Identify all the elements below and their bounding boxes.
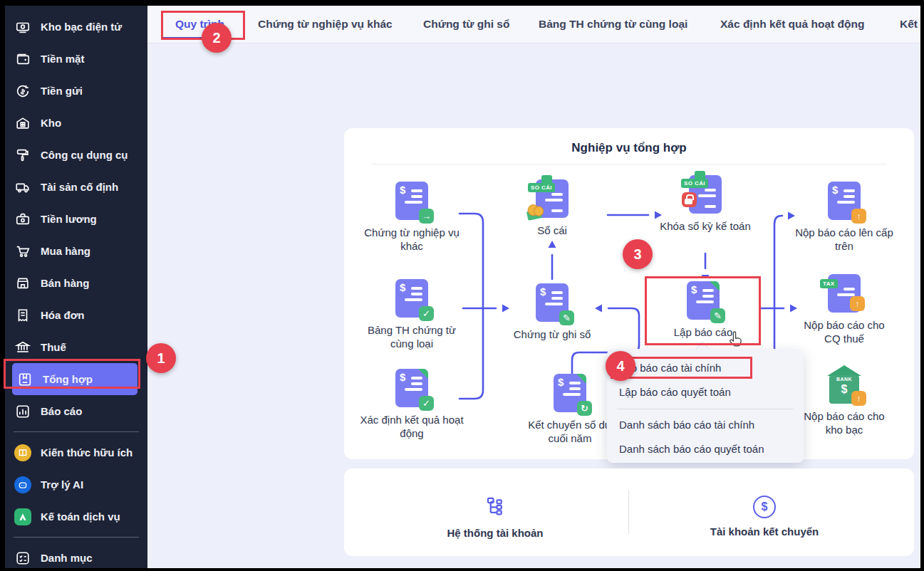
sidebar-item-knowledge[interactable]: Kiến thức hữu ích: [5, 436, 147, 468]
knowledge-icon: [14, 444, 31, 461]
menu-item-danh-sach-bao-cao-quyet-toan[interactable]: Danh sách báo cáo quyết toán: [607, 439, 804, 460]
link-he-thong-tai-khoan[interactable]: Hệ thống tài khoản: [431, 496, 559, 539]
sidebar: Kho bạc điện tử Tiền mặt Tiền gửi Kho Cô…: [5, 6, 147, 568]
invoice-icon: [14, 307, 31, 324]
sidebar-item-label: Báo cáo: [41, 405, 82, 417]
sidebar-item-label: Công cụ dụng cụ: [41, 149, 128, 161]
so-cai-ribbon: SỔ CÁI: [528, 183, 555, 192]
tools-icon: [14, 147, 31, 164]
flow-node-nop-bao-cao-len-cap-tren[interactable]: $ ↑ Nộp báo cáo lên cấp trên: [787, 182, 901, 253]
bank-building-icon: [14, 339, 31, 356]
sidebar-item-sales[interactable]: Bán hàng: [5, 267, 147, 299]
flow-node-chung-tu-nghiep-vu-khac[interactable]: $ → Chứng từ nghiệp vụ khác: [358, 182, 465, 253]
sidebar-item-categories[interactable]: Danh mục: [5, 542, 147, 568]
coins-icon: [526, 209, 542, 221]
upload-badge-icon: ↑: [851, 391, 866, 406]
tab-chung-tu-ghi-so[interactable]: Chứng từ ghi sổ: [423, 18, 509, 31]
cash-icon: [14, 51, 31, 68]
menu-item-lap-bao-cao-tai-chinh[interactable]: Lập báo cáo tài chính: [607, 357, 804, 379]
flow-node-label: Lập báo cáo: [674, 326, 733, 340]
sidebar-item-cash[interactable]: Tiền mặt: [5, 43, 147, 75]
sidebar-item-label: Kho: [41, 117, 61, 129]
ai-assistant-icon: [14, 476, 31, 493]
upload-badge-icon: ↑: [850, 296, 865, 311]
create-report-icon: $ ✎: [687, 281, 720, 320]
sidebar-item-label: Trợ lý AI: [41, 478, 83, 491]
flow-node-label: Bảng TH chứng từ cùng loại: [362, 324, 462, 351]
menu-divider: [617, 409, 794, 409]
sidebar-item-label: Kho bạc điện tử: [41, 21, 122, 33]
pencil-badge-icon: ✎: [710, 308, 725, 323]
sidebar-item-general[interactable]: Tổng hợp: [12, 363, 137, 395]
menu-item-lap-bao-cao-quyet-toan[interactable]: Lập báo cáo quyết toán: [607, 382, 804, 403]
document-arrow-icon: $ →: [395, 182, 428, 220]
ledger-book-icon: [16, 371, 33, 388]
sidebar-item-label: Tiền mặt: [41, 53, 84, 65]
sidebar-item-accounting-service[interactable]: Kế toán dịch vụ: [5, 501, 147, 533]
cart-icon: [14, 243, 31, 260]
pencil-badge-icon: ✎: [559, 310, 574, 325]
mouse-cursor-icon: [727, 330, 744, 352]
treasury-icon: [14, 19, 31, 36]
flow-node-label: Chứng từ nghiệp vụ khác: [358, 226, 465, 253]
annotation-badge-3: 3: [623, 239, 653, 269]
annotation-badge-2: 2: [202, 23, 232, 53]
submit-report-up-icon: $ ↑: [828, 182, 861, 220]
footer-divider: [628, 490, 629, 534]
flow-node-chung-tu-ghi-so[interactable]: $ ✎ Chứng từ ghi sổ: [495, 283, 609, 342]
flow-node-label: Sổ cái: [537, 224, 567, 238]
flow-node-bang-th-chung-tu-cung-loai[interactable]: $ ✓ Bảng TH chứng từ cùng loại: [362, 279, 462, 351]
treasury-bank-icon: BANK $ ↑: [827, 365, 861, 404]
flow-node-label: Nộp báo cáo lên cấp trên: [787, 226, 901, 253]
upload-badge-icon: ↑: [851, 209, 866, 224]
sidebar-item-label: Tiền lương: [41, 213, 97, 225]
store-icon: [14, 275, 31, 292]
flow-node-nop-bao-cao-cho-cq-thue[interactable]: TAX ↑ Nộp báo cáo cho CQ thuế: [798, 274, 891, 346]
tab-bang-th-chung-tu-cung-loai[interactable]: Bảng TH chứng từ cùng loại: [539, 18, 687, 31]
sidebar-item-tax[interactable]: Thuế: [5, 331, 147, 363]
sidebar-item-fixed-assets[interactable]: Tài sản cố định: [5, 171, 147, 203]
footer-link-label: Tài khoản kết chuyển: [710, 525, 819, 538]
sidebar-item-label: Kế toán dịch vụ: [41, 510, 120, 523]
sidebar-item-label: Thuế: [41, 341, 66, 353]
flow-node-label: Khóa sổ kỳ kế toán: [660, 220, 751, 234]
link-tai-khoan-ket-chuyen[interactable]: $ Tài khoản kết chuyển: [700, 496, 829, 538]
sidebar-item-deposit[interactable]: Tiền gửi: [5, 75, 147, 107]
sidebar-item-tools[interactable]: Công cụ dụng cụ: [5, 139, 147, 171]
flow-node-khoa-so-ky-ke-toan[interactable]: SỔ CÁI Khóa sổ kỳ kế toán: [659, 175, 752, 234]
flow-node-so-cai[interactable]: SỔ CÁI Sổ cái: [516, 179, 588, 238]
tabbar: Quy trình Chứng từ nghiệp vụ khác Chứng …: [147, 6, 920, 43]
account-tree-icon: [484, 496, 506, 520]
sidebar-item-reports[interactable]: Báo cáo: [5, 395, 147, 427]
arrow-right-badge-icon: →: [419, 209, 434, 224]
briefcase-icon: [14, 211, 31, 228]
flow-node-xac-dinh-ket-qua-hoat-dong[interactable]: $ ✓ Xác định kết quả hoạt động: [355, 369, 469, 441]
refresh-badge-icon: ↻: [577, 401, 592, 416]
flow-node-nop-bao-cao-cho-kho-bac[interactable]: BANK $ ↑ Nộp báo cáo cho kho bạc: [798, 365, 891, 437]
check-badge-icon: ✓: [419, 306, 434, 321]
tab-chung-tu-nghiep-vu-khac[interactable]: Chứng từ nghiệp vụ khác: [258, 18, 393, 31]
sidebar-divider: [14, 537, 139, 538]
sidebar-item-treasury[interactable]: Kho bạc điện tử: [5, 11, 147, 43]
flow-node-label: Nộp báo cáo cho CQ thuế: [798, 319, 891, 346]
menu-item-danh-sach-bao-cao-tai-chinh[interactable]: Danh sách báo cáo tài chính: [607, 414, 804, 436]
sidebar-item-label: Bán hàng: [41, 277, 89, 289]
flow-node-ket-chuyen-so-du-cuoi-nam[interactable]: $ ↻ Kết chuyển số dư cuối năm: [524, 374, 616, 446]
check-badge-icon: ✓: [419, 396, 434, 411]
warehouse-icon: [14, 115, 31, 132]
carry-forward-icon: $ ↻: [554, 374, 586, 412]
flow-node-label: Kết chuyển số dư cuối năm: [524, 419, 616, 446]
sidebar-item-warehouse[interactable]: Kho: [5, 107, 147, 139]
sidebar-item-payroll[interactable]: Tiền lương: [5, 203, 147, 235]
sidebar-item-purchasing[interactable]: Mua hàng: [5, 235, 147, 267]
accounting-service-icon: [14, 508, 31, 525]
close-ledger-icon: SỔ CÁI: [689, 175, 722, 214]
sidebar-item-label: Hóa đơn: [41, 309, 85, 321]
app-window: Kho bạc điện tử Tiền mặt Tiền gửi Kho Cô…: [0, 0, 924, 571]
tab-ket-truncated[interactable]: Kết: [900, 18, 918, 31]
tab-xac-dinh-ket-qua-hoat-dong[interactable]: Xác định kết quả hoạt động: [720, 18, 864, 31]
sidebar-item-invoice[interactable]: Hóa đơn: [5, 299, 147, 331]
sidebar-item-label: Tổng hợp: [43, 373, 93, 385]
sidebar-item-label: Mua hàng: [41, 245, 90, 257]
sidebar-item-ai-assistant[interactable]: Trợ lý AI: [5, 468, 147, 501]
